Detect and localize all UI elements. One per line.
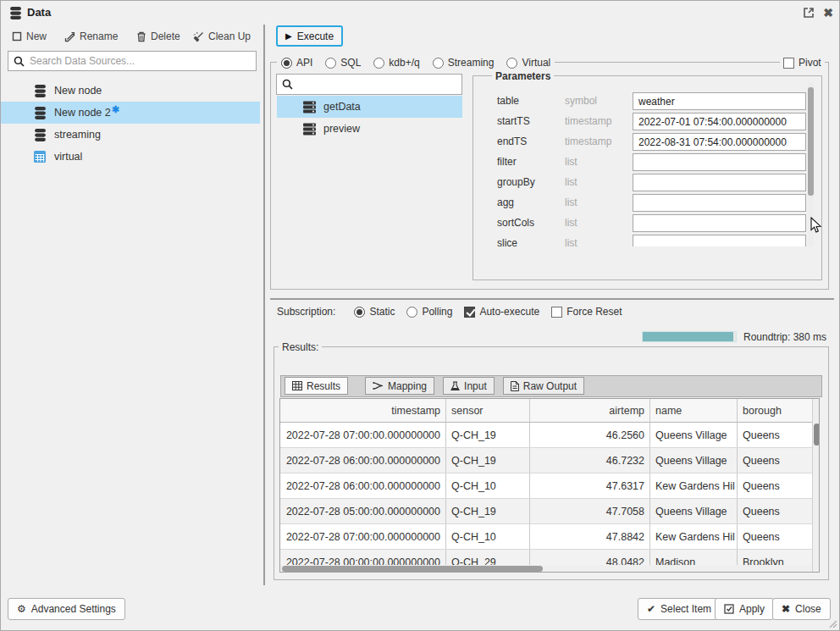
cell-borough: Queens [738, 423, 812, 447]
parameters-scrollbar[interactable] [808, 82, 814, 246]
tree-item-virtual[interactable]: virtual [1, 146, 260, 168]
param-value-input[interactable] [633, 153, 806, 171]
close-glyph: ✖ [823, 6, 833, 19]
pivot-checkbox[interactable] [783, 58, 794, 69]
apply-label: Apply [739, 603, 765, 615]
roundtrip-label: Roundtrip: 380 ms [743, 331, 826, 343]
radio-sql-control[interactable] [325, 58, 336, 69]
param-value-input[interactable] [633, 174, 806, 191]
play-icon: ▶ [285, 31, 292, 41]
rename-button[interactable]: Rename [64, 30, 118, 42]
radio-streaming-label: Streaming [448, 57, 495, 69]
radio-polling-control[interactable] [406, 307, 417, 318]
select-item-label: Select Item [660, 603, 711, 615]
apply-button[interactable]: Apply [715, 598, 774, 620]
advanced-settings-button[interactable]: ⚙ Advanced Settings [8, 598, 125, 620]
cell-borough: Queens [738, 524, 812, 549]
gear-icon: ⚙ [17, 603, 26, 615]
param-type: list [565, 217, 578, 229]
pivot-checkbox-group[interactable]: Pivot [780, 56, 825, 69]
execute-button[interactable]: ▶ Execute [276, 25, 343, 47]
param-value-input[interactable] [633, 133, 806, 151]
radio-streaming-control[interactable] [433, 58, 444, 69]
param-name: table [497, 95, 519, 107]
param-row-table: table symbol [473, 92, 821, 110]
tree-item-streaming[interactable]: streaming [1, 124, 260, 146]
panel-divider[interactable] [263, 25, 265, 585]
radio-sql[interactable]: SQL [325, 57, 361, 69]
radio-static[interactable]: Static [354, 306, 395, 318]
table-row[interactable]: 2022-07-28 06:00:00.000000000 Q-CH_19 46… [280, 448, 812, 473]
param-value-input[interactable] [633, 92, 806, 110]
query-type-radio-group: API SQL kdb+/q Streaming Virtual [277, 56, 555, 69]
results-legend: Results: [279, 341, 322, 353]
rename-button-label: Rename [80, 30, 118, 42]
param-type: list [565, 156, 578, 168]
param-value-input[interactable] [633, 214, 806, 232]
tab-mapping-label: Mapping [388, 380, 427, 392]
radio-static-control[interactable] [354, 307, 365, 318]
parameters-scrollbar-thumb[interactable] [808, 87, 814, 196]
tree-item-new-node-2[interactable]: New node 2 ✱ [1, 102, 260, 124]
tree-item-new-node[interactable]: New node [1, 80, 260, 102]
radio-kdbq[interactable]: kdb+/q [373, 57, 419, 69]
column-header-timestamp[interactable]: timestamp [280, 399, 446, 422]
close-icon[interactable]: ✖ [821, 6, 835, 19]
api-function-icon [302, 123, 317, 136]
search-data-sources-input[interactable]: Search Data Sources... [8, 51, 257, 71]
search-icon [14, 56, 25, 67]
param-value-input[interactable] [633, 235, 806, 246]
param-name: agg [497, 196, 514, 208]
param-type: list [565, 237, 578, 246]
column-header-name[interactable]: name [650, 399, 738, 422]
tab-raw-output[interactable]: Raw Output [503, 377, 584, 395]
radio-virtual[interactable]: Virtual [506, 57, 550, 69]
table-horizontal-scrollbar[interactable] [280, 565, 812, 572]
function-search-input[interactable] [276, 74, 462, 95]
close-button[interactable]: ✖ Close [772, 598, 831, 620]
clean-up-button[interactable]: Clean Up [193, 30, 251, 42]
column-header-borough[interactable]: borough [738, 399, 812, 422]
tab-input[interactable]: Input [443, 377, 495, 395]
tab-results[interactable]: Results [285, 377, 348, 395]
radio-streaming[interactable]: Streaming [433, 57, 495, 69]
function-item-preview[interactable]: preview [277, 118, 462, 140]
param-value-input[interactable] [633, 194, 806, 212]
column-header-sensor[interactable]: sensor [446, 399, 530, 422]
auto-execute-checkbox-group[interactable]: Auto-execute [464, 306, 539, 318]
radio-static-label: Static [369, 306, 395, 318]
radio-api-control[interactable] [281, 58, 292, 69]
resize-handle[interactable] [827, 618, 837, 628]
auto-execute-checkbox[interactable] [464, 307, 475, 318]
open-in-window-icon[interactable] [802, 6, 815, 19]
tab-mapping[interactable]: Mapping [365, 377, 434, 395]
cell-timestamp: 2022-07-28 07:00:00.000000000 [280, 524, 446, 549]
table-horizontal-scrollbar-thumb[interactable] [282, 566, 543, 572]
select-item-button[interactable]: ✔ Select Item [638, 598, 721, 620]
parameters-legend: Parameters [492, 70, 554, 82]
table-row[interactable]: 2022-07-28 07:00:00.000000000 Q-CH_10 47… [280, 524, 812, 550]
new-button[interactable]: New [12, 30, 47, 42]
table-vertical-scrollbar-thumb[interactable] [814, 423, 820, 446]
results-table-header: timestamp sensor airtemp name borough [280, 399, 812, 423]
radio-api[interactable]: API [281, 57, 312, 69]
param-value-input[interactable] [633, 113, 806, 130]
table-row[interactable]: 2022-07-28 06:00:00.000000000 Q-CH_10 47… [280, 473, 812, 499]
table-row[interactable]: 2022-07-28 07:00:00.000000000 Q-CH_19 46… [280, 423, 812, 448]
radio-kdbq-control[interactable] [373, 58, 384, 69]
radio-virtual-control[interactable] [506, 58, 517, 69]
radio-polling[interactable]: Polling [406, 306, 452, 318]
table-row[interactable]: 2022-07-28 05:00:00.000000000 Q-CH_19 47… [280, 499, 812, 524]
column-header-airtemp[interactable]: airtemp [530, 399, 650, 422]
tab-input-label: Input [464, 380, 487, 392]
clean-up-button-label: Clean Up [208, 30, 251, 42]
database-node-icon [33, 84, 47, 98]
table-vertical-scrollbar[interactable] [812, 399, 819, 572]
force-reset-checkbox[interactable] [551, 307, 562, 318]
cell-timestamp: 2022-07-28 06:00:00.000000000 [280, 473, 446, 498]
delete-button[interactable]: Delete [136, 30, 180, 42]
function-item-getdata[interactable]: getData [277, 96, 462, 118]
api-function-icon [302, 101, 317, 113]
force-reset-checkbox-group[interactable]: Force Reset [551, 306, 622, 318]
search-placeholder: Search Data Sources... [30, 55, 135, 67]
